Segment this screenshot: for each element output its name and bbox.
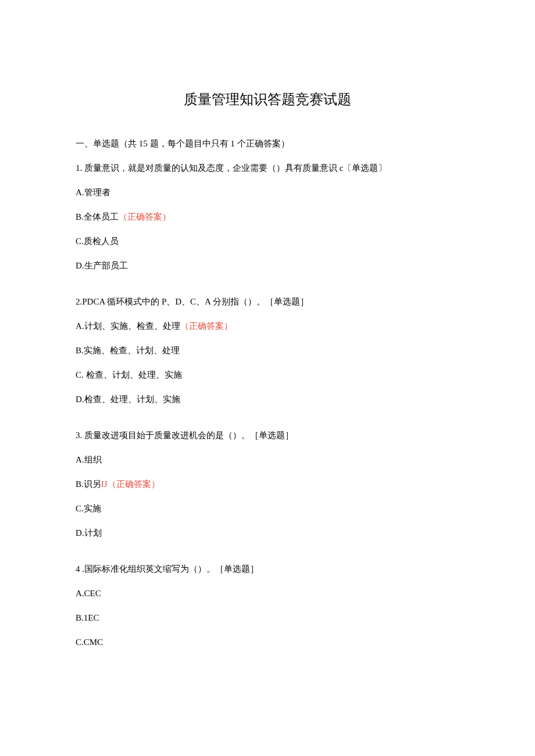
option-label: C.实施 <box>76 504 101 513</box>
option-label: A.组织 <box>76 455 102 464</box>
option-label: B.实施、检查、计划、处理 <box>76 346 180 355</box>
correct-answer-label: （正确答案） <box>119 212 171 221</box>
question-block: 1. 质量意识，就是对质量的认知及态度，企业需要（）具有质量意识 c〔单选题〕A… <box>76 161 459 273</box>
option-label: D.检查、处理、计划、实施 <box>76 395 180 404</box>
option: D.计划 <box>76 526 459 540</box>
option: A.组织 <box>76 453 459 467</box>
option: C.质检人员 <box>76 234 459 248</box>
option: C. 检查、计划、处理、实施 <box>76 368 459 382</box>
option: C.CMC <box>76 635 459 649</box>
option: A.计划、实施、检查、处理（正确答案） <box>76 319 459 333</box>
questions-container: 1. 质量意识，就是对质量的认知及态度，企业需要（）具有质量意识 c〔单选题〕A… <box>76 161 459 649</box>
option-label: C.质检人员 <box>76 237 119 246</box>
question-block: 2.PDCA 循环模式中的 P、D、C、A 分别指（）。［单选题］A.计划、实施… <box>76 295 459 406</box>
option: C.实施 <box>76 501 459 515</box>
option-inline-red: IJ <box>101 479 108 489</box>
option-label: A.管理者 <box>76 188 110 197</box>
option-label: B.识另 <box>76 479 101 489</box>
option-label: C.CMC <box>76 637 103 647</box>
option-label: A.计划、实施、检查、处理 <box>76 321 180 331</box>
option: B.实施、检查、计划、处理 <box>76 343 459 357</box>
question-block: 4 .国际标准化组织英文缩写为（）。［单选题］A.CECB.1ECC.CMC <box>76 562 459 649</box>
option-label: B.1EC <box>76 613 99 622</box>
option-label: B.全体员工 <box>76 212 119 221</box>
question-stem: 1. 质量意识，就是对质量的认知及态度，企业需要（）具有质量意识 c〔单选题〕 <box>76 161 459 175</box>
option: D.生产部员工 <box>76 259 459 273</box>
page-title: 质量管理知识答题竞赛试题 <box>76 90 459 109</box>
option: A.管理者 <box>76 185 459 199</box>
question-stem: 4 .国际标准化组织英文缩写为（）。［单选题］ <box>76 562 459 576</box>
correct-answer-label: （正确答案） <box>108 479 160 489</box>
section-header: 一、单选题（共 15 题，每个题目中只有 1 个正确答案） <box>76 137 459 151</box>
question-block: 3. 质量改进项目始于质量改进机会的是（）。［单选题］A.组织B.识另IJ（正确… <box>76 428 459 540</box>
option-label: A.CEC <box>76 589 101 598</box>
option: B.识另IJ（正确答案） <box>76 477 459 491</box>
option: B.全体员工（正确答案） <box>76 210 459 224</box>
option-label: C. 检查、计划、处理、实施 <box>76 370 182 379</box>
option: B.1EC <box>76 611 459 625</box>
question-stem: 3. 质量改进项目始于质量改进机会的是（）。［单选题］ <box>76 428 459 442</box>
question-stem: 2.PDCA 循环模式中的 P、D、C、A 分别指（）。［单选题］ <box>76 295 459 309</box>
option-label: D.生产部员工 <box>76 261 128 270</box>
correct-answer-label: （正确答案） <box>180 321 233 331</box>
option: D.检查、处理、计划、实施 <box>76 392 459 406</box>
option: A.CEC <box>76 586 459 600</box>
option-label: D.计划 <box>76 528 102 538</box>
